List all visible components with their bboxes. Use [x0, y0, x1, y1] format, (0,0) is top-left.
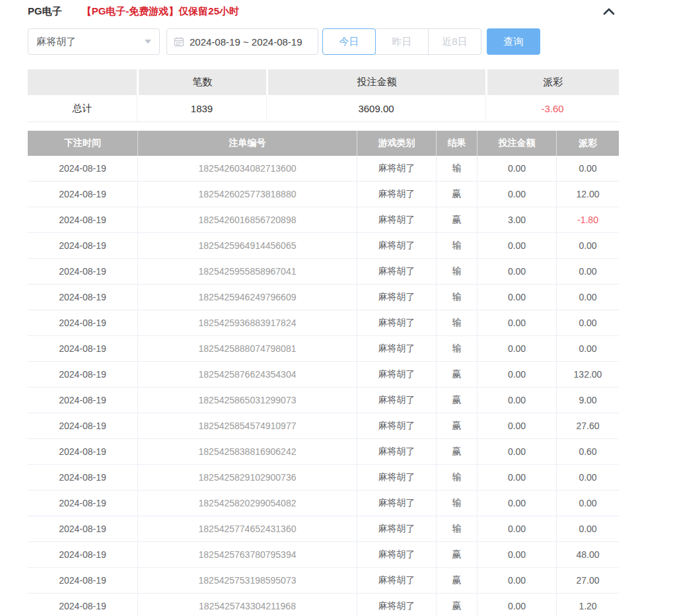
- filter-bar: 麻将胡了 2024-08-19 ~ 2024-08-19 今日 昨日 近8日 查…: [28, 28, 619, 55]
- cell-bet-amount: 0.00: [477, 568, 556, 593]
- cell-bet-amount: 0.00: [477, 413, 556, 438]
- cell-bet-time: 2024-08-19: [28, 542, 137, 567]
- cell-order-id: 1825425946249796609: [137, 285, 357, 310]
- cell-result: 输: [436, 336, 477, 361]
- cell-payout: 12.00: [556, 182, 619, 207]
- cell-result: 输: [436, 156, 477, 181]
- cell-bet-amount: 0.00: [477, 156, 556, 181]
- cell-payout: -1.80: [556, 207, 619, 232]
- yesterday-button[interactable]: 昨日: [375, 28, 429, 55]
- cell-result: 赢: [436, 439, 477, 464]
- cell-payout: 0.00: [556, 156, 619, 181]
- cell-payout: 0.00: [556, 465, 619, 490]
- cell-bet-time: 2024-08-19: [28, 491, 137, 516]
- date-range-value: 2024-08-19 ~ 2024-08-19: [190, 36, 302, 48]
- cell-order-id: 1825425854574910977: [137, 413, 357, 438]
- query-button[interactable]: 查询: [487, 28, 540, 55]
- cell-game-type: 麻将胡了: [357, 388, 436, 413]
- summary-total-count: 1839: [137, 95, 266, 121]
- cell-game-type: 麻将胡了: [357, 594, 436, 616]
- cell-result: 输: [436, 516, 477, 541]
- cell-payout: 27.00: [556, 568, 619, 593]
- table-row: 2024-08-191825426025773818880麻将胡了赢0.0012…: [28, 182, 619, 207]
- table-row: 2024-08-191825426034082713600麻将胡了输0.000.…: [28, 156, 619, 182]
- summary-total-bet-amount: 3609.00: [266, 95, 485, 121]
- table-row: 2024-08-191825425774652431360麻将胡了输0.000.…: [28, 516, 619, 542]
- cell-result: 输: [436, 285, 477, 310]
- date-range-picker[interactable]: 2024-08-19 ~ 2024-08-19: [166, 28, 318, 55]
- cell-result: 输: [436, 259, 477, 284]
- cell-bet-time: 2024-08-19: [28, 362, 137, 387]
- summary-header-bet-amount: 投注金额: [266, 69, 485, 95]
- cell-game-type: 麻将胡了: [357, 310, 436, 335]
- summary-total-payout: -3.60: [485, 95, 619, 121]
- cell-game-type: 麻将胡了: [357, 362, 436, 387]
- cell-order-id: 1825425820299054082: [137, 491, 357, 516]
- summary-header-row: 笔数 投注金额 派彩: [28, 69, 619, 95]
- cell-bet-time: 2024-08-19: [28, 594, 137, 616]
- cell-bet-time: 2024-08-19: [28, 233, 137, 258]
- cell-game-type: 麻将胡了: [357, 233, 436, 258]
- cell-game-type: 麻将胡了: [357, 568, 436, 593]
- today-button[interactable]: 今日: [322, 28, 376, 55]
- table-row: 2024-08-191825425946249796609麻将胡了输0.000.…: [28, 285, 619, 310]
- cell-order-id: 1825425838816906242: [137, 439, 357, 464]
- cell-bet-amount: 0.00: [477, 285, 556, 310]
- last8days-button[interactable]: 近8日: [428, 28, 481, 55]
- cell-bet-amount: 0.00: [477, 310, 556, 335]
- cell-bet-time: 2024-08-19: [28, 259, 137, 284]
- cell-payout: 0.00: [556, 336, 619, 361]
- cell-bet-amount: 0.00: [477, 439, 556, 464]
- cell-bet-amount: 0.00: [477, 465, 556, 490]
- cell-order-id: 1825425865031299073: [137, 388, 357, 413]
- cell-result: 赢: [436, 207, 477, 232]
- cell-bet-time: 2024-08-19: [28, 336, 137, 361]
- table-row: 2024-08-191825425838816906242麻将胡了赢0.000.…: [28, 439, 619, 465]
- game-select[interactable]: 麻将胡了: [28, 28, 160, 55]
- content: PG电子 【PG电子-免费游戏】仅保留25小时 麻将胡了: [28, 0, 619, 616]
- table-row: 2024-08-191825425865031299073麻将胡了赢0.009.…: [28, 388, 619, 413]
- cell-payout: 0.00: [556, 233, 619, 258]
- cell-bet-time: 2024-08-19: [28, 182, 137, 207]
- col-bet-amount: 投注金额: [477, 131, 556, 156]
- cell-order-id: 1825425774652431360: [137, 516, 357, 541]
- col-bet-time: 下注时间: [28, 131, 137, 156]
- table-row: 2024-08-191825425743304211968麻将胡了赢0.001.…: [28, 594, 619, 616]
- cell-result: 赢: [436, 182, 477, 207]
- cell-bet-amount: 0.00: [477, 259, 556, 284]
- cell-payout: 0.60: [556, 439, 619, 464]
- cell-bet-time: 2024-08-19: [28, 439, 137, 464]
- cell-bet-amount: 0.00: [477, 516, 556, 541]
- cell-bet-amount: 0.00: [477, 362, 556, 387]
- game-select-value: 麻将胡了: [36, 36, 145, 48]
- cell-order-id: 1825425876624354304: [137, 362, 357, 387]
- cell-bet-time: 2024-08-19: [28, 465, 137, 490]
- cell-order-id: 1825426025773818880: [137, 182, 357, 207]
- cell-order-id: 1825426016856720898: [137, 207, 357, 232]
- col-result: 结果: [436, 131, 477, 156]
- table-row: 2024-08-191825425753198595073麻将胡了赢0.0027…: [28, 568, 619, 594]
- cell-game-type: 麻将胡了: [357, 439, 436, 464]
- bet-table-body: 2024-08-191825426034082713600麻将胡了输0.000.…: [28, 156, 619, 616]
- quick-range-group: 今日 昨日 近8日: [322, 28, 481, 55]
- summary-header-payout: 派彩: [485, 69, 619, 95]
- cell-bet-time: 2024-08-19: [28, 568, 137, 593]
- summary-header-blank: [28, 69, 137, 95]
- table-row: 2024-08-191825425936883917824麻将胡了输0.000.…: [28, 310, 619, 336]
- cell-order-id: 1825425743304211968: [137, 594, 357, 616]
- cell-bet-amount: 0.00: [477, 336, 556, 361]
- summary-total-label: 总计: [28, 95, 137, 121]
- table-row: 2024-08-191825425876624354304麻将胡了赢0.0013…: [28, 362, 619, 388]
- calendar-icon: [174, 36, 184, 47]
- cell-result: 输: [436, 465, 477, 490]
- chevron-up-icon: [602, 6, 616, 17]
- cell-bet-time: 2024-08-19: [28, 285, 137, 310]
- cell-payout: 0.00: [556, 491, 619, 516]
- cell-order-id: 1825425763780795394: [137, 542, 357, 567]
- cell-result: 赢: [436, 542, 477, 567]
- collapse-button[interactable]: [602, 6, 616, 17]
- cell-bet-amount: 0.00: [477, 233, 556, 258]
- table-header-row: 下注时间 注单编号 游戏类别 结果 投注金额 派彩: [28, 131, 619, 156]
- col-payout: 派彩: [556, 131, 619, 156]
- table-row: 2024-08-191825425820299054082麻将胡了输0.000.…: [28, 491, 619, 516]
